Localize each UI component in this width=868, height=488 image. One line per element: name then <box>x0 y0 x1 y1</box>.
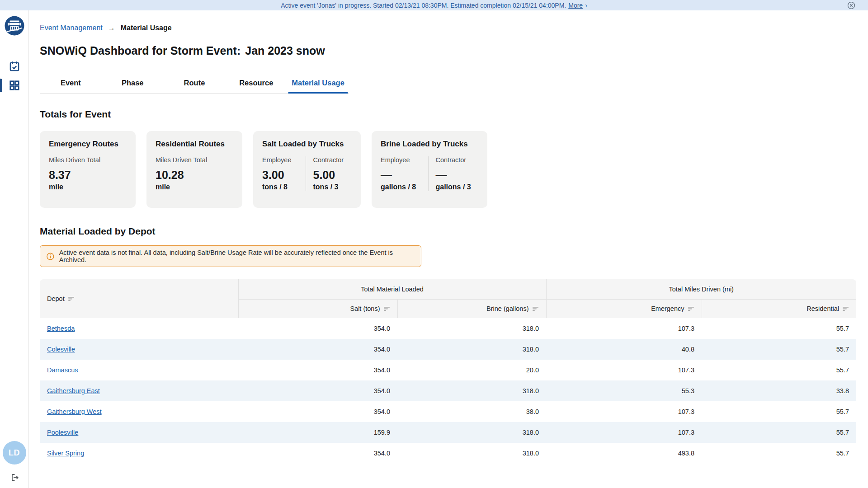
tab-bar: Event Phase Route Resource Material Usag… <box>40 75 349 94</box>
tab-route[interactable]: Route <box>164 75 226 93</box>
emergency-miles-value: 493.8 <box>546 443 702 464</box>
column-header-emergency[interactable]: Emergency <box>546 299 702 318</box>
brine-value: 20.0 <box>397 360 546 380</box>
dashboard-grid-icon <box>9 80 20 91</box>
card-label: Contractor <box>436 156 479 164</box>
totals-cards: Emergency Routes Miles Driven Total 8.37… <box>40 131 856 208</box>
table-row: Damascus 354.0 20.0 107.3 55.7 <box>40 360 856 380</box>
card-title: Salt Loaded by Trucks <box>262 140 352 149</box>
table-row: Silver Spring 354.0 318.0 493.8 55.7 <box>40 443 856 464</box>
card-value: 8.37 <box>49 169 127 182</box>
card-title: Brine Loaded by Trucks <box>381 140 478 149</box>
depot-link[interactable]: Poolesville <box>47 429 78 436</box>
brine-value: 318.0 <box>397 339 546 360</box>
table-row: Bethesda 354.0 318.0 107.3 55.7 <box>40 318 856 339</box>
tab-event[interactable]: Event <box>40 75 102 93</box>
tab-phase[interactable]: Phase <box>102 75 164 93</box>
sidebar-footer: LD <box>3 441 26 483</box>
table-row: Gaithersburg East 354.0 318.0 55.3 33.8 <box>40 380 856 401</box>
residential-miles-value: 55.7 <box>702 443 856 464</box>
brine-value: 318.0 <box>397 380 546 401</box>
logout-button[interactable] <box>9 473 19 483</box>
sort-icon[interactable] <box>68 296 75 303</box>
brine-value: 318.0 <box>397 422 546 443</box>
depot-link[interactable]: Damascus <box>47 366 78 374</box>
banner-more-link[interactable]: More <box>568 2 583 9</box>
user-avatar[interactable]: LD <box>3 441 26 465</box>
emergency-miles-value: 107.3 <box>546 360 702 380</box>
brine-value: 318.0 <box>397 318 546 339</box>
info-icon <box>47 253 54 260</box>
snowiq-logo[interactable] <box>4 15 25 38</box>
card-salt-loaded: Salt Loaded by Trucks Employee 3.00 tons… <box>253 131 361 208</box>
totals-heading: Totals for Event <box>40 109 856 120</box>
logout-icon <box>9 473 19 483</box>
salt-value: 354.0 <box>238 443 397 464</box>
depot-link[interactable]: Colesville <box>47 346 75 353</box>
table-row: Colesville 354.0 318.0 40.8 55.7 <box>40 339 856 360</box>
depot-link[interactable]: Silver Spring <box>47 450 84 457</box>
table-row: Poolesville 159.9 318.0 107.3 55.7 <box>40 422 856 443</box>
card-title: Emergency Routes <box>49 140 127 149</box>
sort-icon[interactable] <box>384 305 390 313</box>
column-header-residential[interactable]: Residential <box>702 299 856 318</box>
card-value: — <box>381 169 424 182</box>
sidebar-item-dashboard[interactable] <box>0 76 29 95</box>
emergency-miles-value: 107.3 <box>546 422 702 443</box>
salt-value: 354.0 <box>238 318 397 339</box>
sidebar-item-events[interactable] <box>0 57 29 76</box>
sort-icon[interactable] <box>533 305 539 313</box>
active-event-alert: Active event data is not final. All data… <box>40 245 421 267</box>
sidebar: LD <box>0 10 29 488</box>
breadcrumb-arrow-icon: → <box>108 24 115 32</box>
sort-icon[interactable] <box>688 305 694 313</box>
brine-value: 38.0 <box>397 401 546 422</box>
card-unit: tons / 8 <box>262 183 301 191</box>
column-header-salt[interactable]: Salt (tons) <box>238 299 397 318</box>
card-label: Contractor <box>313 156 352 164</box>
calendar-check-icon <box>9 61 20 72</box>
tab-resource[interactable]: Resource <box>225 75 287 93</box>
salt-value: 354.0 <box>238 339 397 360</box>
depot-link[interactable]: Bethesda <box>47 325 75 332</box>
sort-icon[interactable] <box>843 305 849 313</box>
close-icon <box>847 1 855 9</box>
card-value: 10.28 <box>156 169 233 182</box>
residential-miles-value: 55.7 <box>702 422 856 443</box>
card-unit: tons / 3 <box>313 183 352 191</box>
table-row: Gaithersburg West 354.0 38.0 107.3 55.7 <box>40 401 856 422</box>
card-value: — <box>436 169 479 182</box>
depot-link[interactable]: Gaithersburg West <box>47 408 102 415</box>
breadcrumb-link-event-management[interactable]: Event Management <box>40 24 103 32</box>
column-header-brine[interactable]: Brine (gallons) <box>397 299 546 318</box>
card-label: Miles Driven Total <box>156 156 233 164</box>
chevron-right-icon: › <box>585 2 587 9</box>
card-brine-loaded: Brine Loaded by Trucks Employee — gallon… <box>372 131 487 208</box>
card-emergency-routes: Emergency Routes Miles Driven Total 8.37… <box>40 131 136 208</box>
card-title: Residential Routes <box>156 140 233 149</box>
page-title-prefix: SNOWiQ Dashboard for Storm Event: <box>40 44 241 57</box>
depot-table: Depot Total Material Loaded Total Miles … <box>40 279 856 464</box>
banner-close-button[interactable] <box>847 1 855 9</box>
page-title-event-name: Jan 2023 snow <box>245 44 325 57</box>
column-header-depot[interactable]: Depot <box>40 279 238 318</box>
card-unit: mile <box>49 183 127 191</box>
residential-miles-value: 33.8 <box>702 380 856 401</box>
main-content: Event Management → Material Usage SNOWiQ… <box>29 10 868 488</box>
card-label: Employee <box>262 156 301 164</box>
group-header-total-material: Total Material Loaded <box>238 279 546 299</box>
emergency-miles-value: 40.8 <box>546 339 702 360</box>
page-title: SNOWiQ Dashboard for Storm Event:Jan 202… <box>40 44 856 57</box>
residential-miles-value: 55.7 <box>702 318 856 339</box>
depot-heading: Material Loaded by Depot <box>40 226 856 237</box>
card-residential-routes: Residential Routes Miles Driven Total 10… <box>146 131 242 208</box>
tab-material-usage[interactable]: Material Usage <box>287 75 349 93</box>
residential-miles-value: 55.7 <box>702 339 856 360</box>
salt-value: 354.0 <box>238 380 397 401</box>
card-column-contractor: Contractor — gallons / 3 <box>428 156 479 191</box>
card-value: 5.00 <box>313 169 352 182</box>
salt-value: 159.9 <box>238 422 397 443</box>
salt-value: 354.0 <box>238 401 397 422</box>
depot-link[interactable]: Gaithersburg East <box>47 387 100 394</box>
card-unit: mile <box>156 183 233 191</box>
